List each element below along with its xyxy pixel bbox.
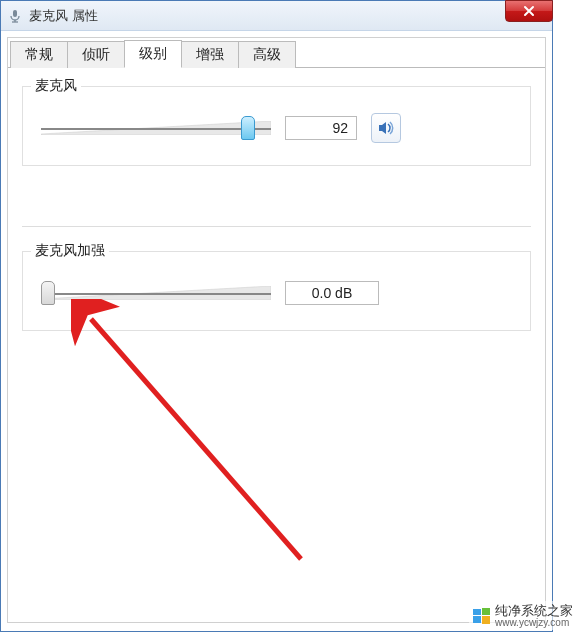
boost-value[interactable] xyxy=(285,281,379,305)
boost-row xyxy=(41,278,512,308)
divider xyxy=(22,226,531,227)
watermark: 纯净系统之家 www.ycwjzy.com xyxy=(469,601,577,630)
microphone-row xyxy=(41,113,512,143)
microphone-label: 麦克风 xyxy=(31,77,81,95)
watermark-text: 纯净系统之家 www.ycwjzy.com xyxy=(495,603,573,628)
svg-rect-8 xyxy=(473,609,481,615)
content-frame: 常规 侦听 级别 增强 高级 麦克风 xyxy=(7,37,546,623)
microphone-value[interactable] xyxy=(285,116,357,140)
microphone-icon xyxy=(7,8,23,24)
boost-label: 麦克风加强 xyxy=(31,242,109,260)
mute-button[interactable] xyxy=(371,113,401,143)
windows-logo-icon xyxy=(473,607,491,625)
window-title: 麦克风 属性 xyxy=(29,7,98,25)
svg-rect-11 xyxy=(482,616,490,624)
dialog-window: 麦克风 属性 常规 侦听 级别 增强 高级 麦克风 xyxy=(0,0,553,632)
tab-general[interactable]: 常规 xyxy=(10,41,68,68)
close-button[interactable] xyxy=(505,0,553,22)
svg-rect-9 xyxy=(482,608,490,615)
svg-rect-0 xyxy=(13,10,17,17)
boost-slider[interactable] xyxy=(41,278,271,308)
tab-listen[interactable]: 侦听 xyxy=(67,41,125,68)
boost-group: 麦克风加强 xyxy=(22,251,531,331)
microphone-slider[interactable] xyxy=(41,113,271,143)
microphone-slider-thumb[interactable] xyxy=(241,116,255,140)
tab-enhancements[interactable]: 增强 xyxy=(181,41,239,68)
tabstrip: 常规 侦听 级别 增强 高级 xyxy=(8,38,545,68)
close-icon xyxy=(523,5,535,17)
watermark-brand: 纯净系统之家 xyxy=(495,603,573,618)
microphone-group: 麦克风 xyxy=(22,86,531,166)
watermark-url: www.ycwjzy.com xyxy=(495,618,573,628)
svg-rect-10 xyxy=(473,616,481,623)
tab-levels[interactable]: 级别 xyxy=(124,40,182,68)
tab-advanced[interactable]: 高级 xyxy=(238,41,296,68)
titlebar: 麦克风 属性 xyxy=(1,1,552,31)
speaker-icon xyxy=(377,119,395,137)
tab-content-levels: 麦克风 xyxy=(8,68,545,409)
svg-marker-4 xyxy=(379,122,386,134)
boost-slider-thumb[interactable] xyxy=(41,281,55,305)
